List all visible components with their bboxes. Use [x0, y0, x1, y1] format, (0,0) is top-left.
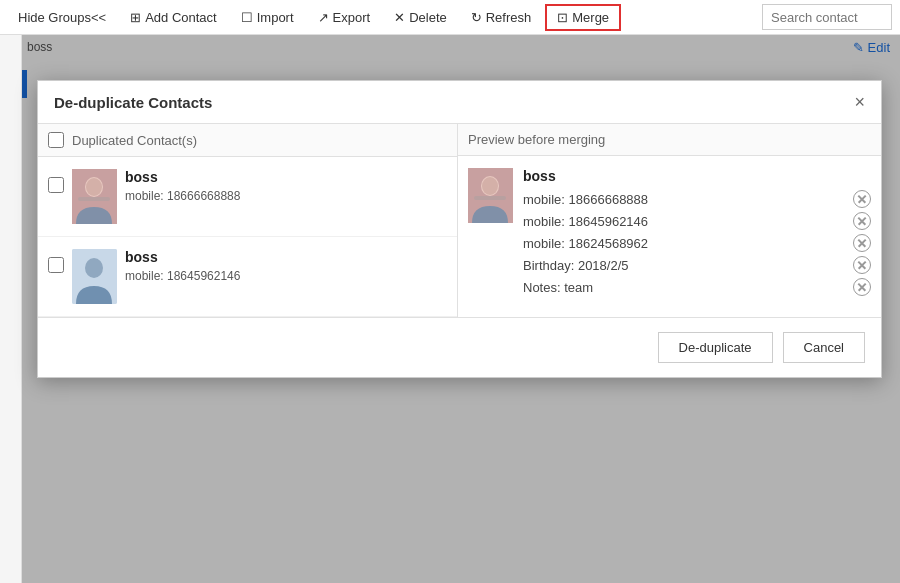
add-contact-label: Add Contact: [145, 10, 217, 25]
preview-header: Preview before merging: [458, 124, 881, 156]
hide-groups-label: Hide Groups<<: [18, 10, 106, 25]
export-label: Export: [333, 10, 371, 25]
add-contact-icon: ⊞: [130, 10, 141, 25]
preview-avatar-img: [468, 168, 513, 223]
dialog-header: De-duplicate Contacts ×: [38, 81, 881, 124]
avatar: [72, 249, 117, 304]
import-button[interactable]: ☐ Import: [231, 6, 304, 29]
export-icon: ↗: [318, 10, 329, 25]
list-item: boss mobile: 18666668888: [38, 157, 457, 237]
search-input[interactable]: [762, 4, 892, 30]
contact-detail-2: mobile: 18645962146: [125, 269, 447, 283]
preview-field-text-0: mobile: 18666668888: [523, 192, 648, 207]
contact-name-1: boss: [125, 169, 447, 185]
dialog-close-button[interactable]: ×: [854, 93, 865, 111]
merge-label: Merge: [572, 10, 609, 25]
svg-point-5: [85, 258, 103, 278]
preview-field-0: mobile: 18666668888: [523, 190, 871, 208]
left-panel-header: Duplicated Contact(s): [38, 124, 457, 157]
svg-rect-3: [78, 197, 110, 201]
preview-header-label: Preview before merging: [468, 132, 605, 147]
main-area: boss ✎ Edit De-duplicate Contacts ×: [0, 35, 900, 583]
cancel-button[interactable]: Cancel: [783, 332, 865, 363]
left-panel: Duplicated Contact(s): [38, 124, 458, 317]
merge-button[interactable]: ⊡ Merge: [545, 4, 621, 31]
preview-details: boss mobile: 18666668888 mobile: 1864596…: [523, 168, 871, 300]
remove-field-2-button[interactable]: [853, 234, 871, 252]
refresh-button[interactable]: ↻ Refresh: [461, 6, 542, 29]
refresh-icon: ↻: [471, 10, 482, 25]
preview-field-3: Birthday: 2018/2/5: [523, 256, 871, 274]
avatar-placeholder-2: [72, 249, 117, 304]
contact-info-2: boss mobile: 18645962146: [125, 249, 447, 283]
svg-point-2: [86, 178, 102, 196]
preview-field-2: mobile: 18624568962: [523, 234, 871, 252]
dedup-dialog: De-duplicate Contacts × Duplicated Conta…: [37, 80, 882, 378]
hide-groups-button[interactable]: Hide Groups<<: [8, 6, 116, 29]
right-panel: Preview before merging: [458, 124, 881, 317]
toolbar: Hide Groups<< ⊞ Add Contact ☐ Import ↗ E…: [0, 0, 900, 35]
dedup-button[interactable]: De-duplicate: [658, 332, 773, 363]
dialog-title: De-duplicate Contacts: [54, 94, 212, 111]
sidebar: [0, 35, 22, 583]
preview-avatar: [468, 168, 513, 223]
list-item: boss mobile: 18645962146: [38, 237, 457, 317]
contact-checkbox-2[interactable]: [48, 257, 64, 273]
remove-field-3-button[interactable]: [853, 256, 871, 274]
add-contact-button[interactable]: ⊞ Add Contact: [120, 6, 227, 29]
contact-info-1: boss mobile: 18666668888: [125, 169, 447, 203]
refresh-label: Refresh: [486, 10, 532, 25]
preview-field-text-3: Birthday: 2018/2/5: [523, 258, 629, 273]
preview-name: boss: [523, 168, 871, 184]
preview-field-4: Notes: team: [523, 278, 871, 296]
delete-label: Delete: [409, 10, 447, 25]
svg-point-8: [482, 177, 498, 195]
avatar: [72, 169, 117, 224]
preview-content: boss mobile: 18666668888 mobile: 1864596…: [458, 156, 881, 312]
merge-icon: ⊡: [557, 10, 568, 25]
remove-field-1-button[interactable]: [853, 212, 871, 230]
export-button[interactable]: ↗ Export: [308, 6, 381, 29]
contact-checkbox-1[interactable]: [48, 177, 64, 193]
contact-detail-1: mobile: 18666668888: [125, 189, 447, 203]
left-panel-header-label: Duplicated Contact(s): [72, 133, 197, 148]
dialog-body: Duplicated Contact(s): [38, 124, 881, 318]
avatar-photo-1: [72, 169, 117, 224]
preview-field-text-2: mobile: 18624568962: [523, 236, 648, 251]
contact-list: boss mobile: 18666668888: [38, 157, 457, 317]
delete-icon: ✕: [394, 10, 405, 25]
preview-field-1: mobile: 18645962146: [523, 212, 871, 230]
svg-rect-9: [474, 196, 506, 200]
import-icon: ☐: [241, 10, 253, 25]
import-label: Import: [257, 10, 294, 25]
contact-name-2: boss: [125, 249, 447, 265]
remove-field-4-button[interactable]: [853, 278, 871, 296]
preview-field-text-4: Notes: team: [523, 280, 593, 295]
remove-field-0-button[interactable]: [853, 190, 871, 208]
delete-button[interactable]: ✕ Delete: [384, 6, 457, 29]
select-all-checkbox[interactable]: [48, 132, 64, 148]
sidebar-content: boss ✎ Edit De-duplicate Contacts ×: [22, 35, 900, 583]
preview-field-text-1: mobile: 18645962146: [523, 214, 648, 229]
dialog-footer: De-duplicate Cancel: [38, 318, 881, 377]
